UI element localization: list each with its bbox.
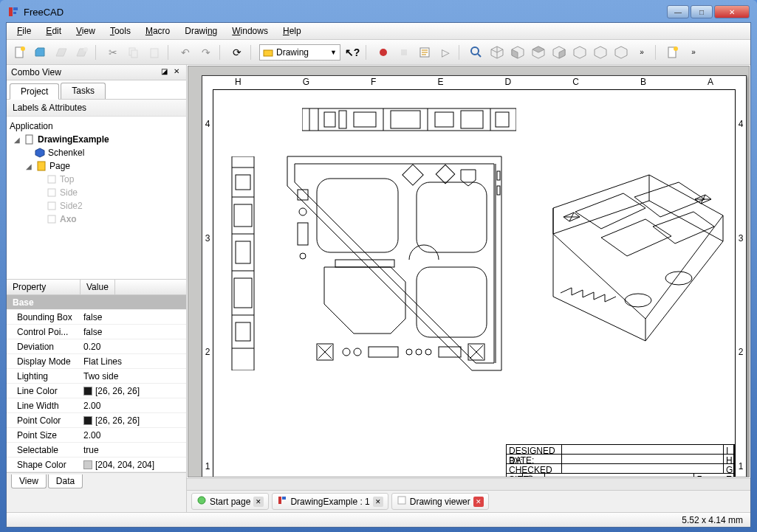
svg-rect-44	[234, 278, 252, 308]
page-icon	[35, 160, 47, 172]
record-macro-icon[interactable]	[374, 44, 392, 61]
svg-rect-19	[48, 176, 55, 183]
property-row[interactable]: LightingTwo side	[7, 369, 186, 384]
tree-part[interactable]: Schenkel	[7, 146, 186, 159]
svg-rect-38	[236, 175, 250, 190]
open-icon[interactable]	[32, 44, 49, 61]
paste-icon[interactable]	[145, 44, 163, 61]
refresh-icon[interactable]: ⟳	[228, 44, 246, 61]
saveas-icon[interactable]	[73, 44, 91, 61]
tree-view-axo[interactable]: Axo	[7, 213, 186, 226]
property-row[interactable]: Point Color[26, 26, 26]	[7, 413, 186, 428]
property-row[interactable]: Point Size2.00	[7, 428, 186, 443]
property-row[interactable]: Deviation0.20	[7, 339, 186, 354]
doc-tab[interactable]: DrawingExample : 1✕	[272, 493, 388, 510]
drawing-viewport[interactable]: HGFEDCBA HGFEDCBA 1234 1234	[188, 66, 750, 477]
property-row[interactable]: Line Color[26, 26, 26]	[7, 384, 186, 398]
workbench-select[interactable]: Drawing ▼	[259, 44, 340, 61]
tree-view-side2[interactable]: Side2	[7, 199, 186, 213]
menu-file[interactable]: File	[11, 24, 37, 38]
menu-view[interactable]: View	[70, 24, 101, 38]
new-icon[interactable]	[11, 44, 29, 61]
menu-macro[interactable]: Macro	[140, 24, 176, 38]
combo-close-icon[interactable]: ✕	[171, 67, 182, 77]
undo-icon[interactable]: ↶	[177, 44, 194, 61]
property-row[interactable]: Display ModeFlat Lines	[7, 354, 186, 369]
svg-rect-9	[264, 50, 273, 56]
svg-rect-40	[234, 204, 252, 227]
tab-view[interactable]: View	[11, 474, 47, 488]
svg-rect-35	[496, 112, 509, 127]
svg-point-57	[343, 348, 350, 356]
copy-icon[interactable]	[125, 44, 143, 61]
view-right-icon[interactable]	[550, 44, 568, 61]
document-tabs: Start page✕DrawingExample : 1✕Drawing vi…	[187, 490, 750, 512]
combo-undock-icon[interactable]: ◪	[159, 67, 169, 77]
tree-view-top[interactable]: Top	[7, 173, 186, 186]
doc-tab[interactable]: Drawing viewer✕	[391, 493, 489, 510]
menu-tools[interactable]: Tools	[104, 24, 137, 38]
svg-rect-55	[497, 186, 500, 195]
svg-rect-33	[461, 111, 483, 128]
horizontal-scrollbar[interactable]	[187, 478, 750, 490]
svg-rect-27	[339, 111, 346, 128]
tree-doc[interactable]: ◢ DrawingExample	[7, 133, 186, 146]
tab-tasks[interactable]: Tasks	[61, 83, 106, 99]
svg-rect-54	[497, 171, 500, 180]
ruler-left: 1234	[204, 89, 211, 477]
tree-view-side[interactable]: Side	[7, 186, 186, 199]
toolbar-overflow2-icon[interactable]: »	[685, 44, 702, 61]
property-row[interactable]: Selectabletrue	[7, 443, 186, 457]
tree-page[interactable]: ◢ Page	[7, 159, 186, 173]
tab-project[interactable]: Project	[10, 83, 59, 100]
tab-close-icon[interactable]: ✕	[473, 497, 484, 507]
new-drawing-icon[interactable]	[664, 44, 682, 61]
svg-line-14	[478, 54, 481, 57]
save-icon[interactable]	[52, 44, 70, 61]
view-plan-drawing	[280, 149, 509, 378]
svg-rect-76	[398, 497, 405, 504]
menu-edit[interactable]: Edit	[40, 24, 67, 38]
redo-icon[interactable]: ↷	[197, 44, 215, 61]
tab-close-icon[interactable]: ✕	[253, 497, 264, 507]
tab-data[interactable]: Data	[48, 474, 83, 488]
minimize-button[interactable]: —	[667, 5, 689, 18]
main-toolbar: ✂ ↶ ↷ ⟳ Drawing ▼ ↖? ▷	[7, 40, 750, 65]
stop-macro-icon[interactable]	[395, 44, 413, 61]
drawing-sheet: HGFEDCBA HGFEDCBA 1234 1234	[202, 75, 747, 477]
toolbar-overflow-icon[interactable]: »	[633, 44, 651, 61]
view-rear-icon[interactable]	[571, 44, 589, 61]
whatsthis-icon[interactable]: ↖?	[343, 44, 361, 61]
property-row[interactable]: Bounding Boxfalse	[7, 310, 186, 325]
close-button[interactable]: ✕	[714, 5, 750, 18]
svg-rect-2	[13, 12, 16, 14]
svg-point-5	[83, 47, 88, 52]
view-bottom-icon[interactable]	[592, 44, 609, 61]
property-row[interactable]: Line Width2.00	[7, 398, 186, 413]
maximize-button[interactable]: □	[691, 5, 713, 18]
svg-rect-30	[391, 111, 420, 128]
svg-point-13	[471, 47, 479, 55]
view-left-icon[interactable]	[612, 44, 630, 61]
run-macro-icon[interactable]: ▷	[436, 44, 454, 61]
menu-help[interactable]: Help	[277, 24, 307, 38]
property-row[interactable]: Control Poi...false	[7, 325, 186, 339]
property-grid[interactable]: Base Bounding BoxfalseControl Poi...fals…	[7, 295, 186, 472]
tab-close-icon[interactable]: ✕	[373, 497, 383, 507]
zoom-fit-icon[interactable]	[467, 44, 485, 61]
view-top-icon[interactable]	[530, 44, 547, 61]
menu-drawing[interactable]: Drawing	[179, 24, 223, 38]
model-tree[interactable]: Application ◢ DrawingExample Schenkel ◢ …	[7, 117, 186, 279]
svg-rect-74	[278, 497, 281, 504]
tree-application: Application	[7, 120, 186, 133]
view-iso-icon[interactable]	[488, 44, 506, 61]
macros-icon[interactable]	[416, 44, 434, 61]
svg-rect-67	[298, 223, 308, 245]
doc-tab[interactable]: Start page✕	[191, 493, 269, 510]
cut-icon[interactable]: ✂	[104, 44, 122, 61]
property-row[interactable]: Shape Color[204, 204, 204]	[7, 457, 186, 472]
svg-point-62	[425, 349, 431, 355]
menu-windows[interactable]: Windows	[226, 24, 274, 38]
title-bar[interactable]: FreeCAD — □ ✕	[6, 6, 751, 22]
view-front-icon[interactable]	[509, 44, 527, 61]
